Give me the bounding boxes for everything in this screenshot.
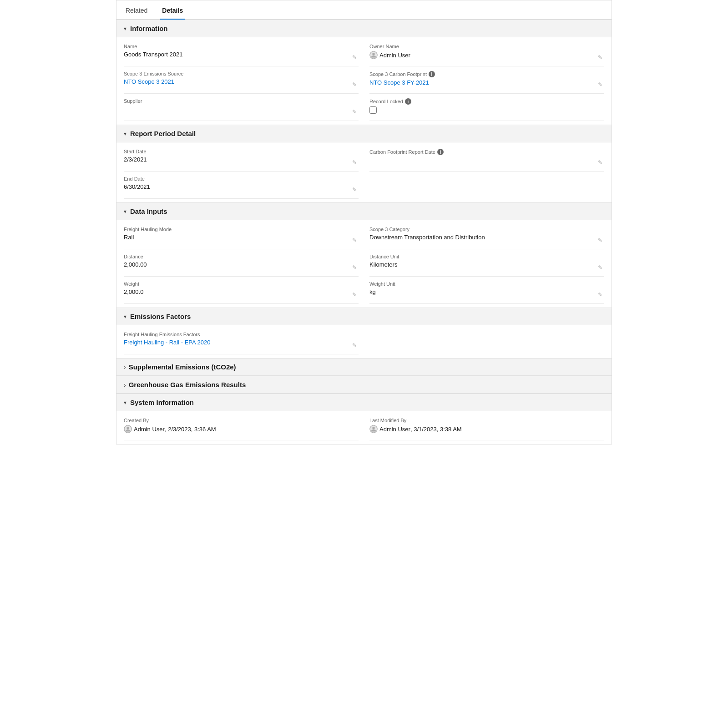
section-information-header[interactable]: ▾ Information bbox=[116, 20, 612, 37]
field-scope3-category: Scope 3 Category Downstream Transportati… bbox=[369, 222, 604, 249]
section-report-period-title: Report Period Detail bbox=[130, 130, 196, 137]
field-supplier: Supplier ✎ bbox=[124, 94, 359, 121]
field-supplier-label: Supplier bbox=[124, 98, 359, 104]
field-start-date: Start Date 2/3/2021 ✎ bbox=[124, 144, 359, 172]
field-record-locked: Record Locked i bbox=[369, 94, 604, 121]
field-freight-hauling-ef-edit-icon[interactable]: ✎ bbox=[352, 342, 357, 348]
section-data-inputs: ▾ Data Inputs Freight Hauling Mode Rail … bbox=[116, 202, 612, 308]
field-freight-hauling-mode-label: Freight Hauling Mode bbox=[124, 227, 359, 232]
created-by-link[interactable]: Admin User bbox=[134, 426, 165, 433]
field-freight-hauling-mode-value: Rail bbox=[124, 234, 359, 241]
report-period-row-1: Start Date 2/3/2021 ✎ Carbon Footprint R… bbox=[124, 144, 604, 172]
field-weight-unit-edit-icon[interactable]: ✎ bbox=[598, 292, 602, 298]
field-end-date-edit-icon[interactable]: ✎ bbox=[352, 187, 357, 193]
section-data-inputs-title: Data Inputs bbox=[130, 207, 167, 215]
field-freight-hauling-ef-value[interactable]: Freight Hauling - Rail - EPA 2020 bbox=[124, 339, 359, 346]
scope3-carbon-info-icon[interactable]: i bbox=[429, 71, 435, 77]
field-scope3-carbon-footprint: Scope 3 Carbon Footprint i NTO Scope 3 F… bbox=[369, 66, 604, 94]
section-emissions-factors-body: Freight Hauling Emissions Factors Freigh… bbox=[116, 325, 612, 358]
field-owner-name: Owner Name Admin User ✎ bbox=[369, 39, 604, 66]
field-owner-label: Owner Name bbox=[369, 44, 604, 49]
field-created-by-value: Admin User, 2/3/2023, 3:36 AM bbox=[124, 425, 359, 433]
field-start-date-edit-icon[interactable]: ✎ bbox=[352, 159, 357, 166]
field-distance-unit-edit-icon[interactable]: ✎ bbox=[598, 264, 602, 271]
page-container: Related Details ▾ Information Name Goods… bbox=[116, 0, 612, 444]
tab-related[interactable]: Related bbox=[124, 0, 149, 20]
section-greenhouse-header[interactable]: › Greenhouse Gas Emissions Results bbox=[116, 376, 612, 394]
chevron-right-icon-2: › bbox=[124, 381, 126, 389]
field-weight-value: 2,000.0 bbox=[124, 288, 359, 295]
field-distance-value: 2,000.00 bbox=[124, 261, 359, 268]
field-record-locked-label: Record Locked i bbox=[369, 98, 604, 105]
chevron-down-icon-2: ▾ bbox=[124, 131, 126, 137]
section-greenhouse-title: Greenhouse Gas Emissions Results bbox=[129, 381, 246, 389]
field-scope3-carbon-value[interactable]: NTO Scope 3 FY-2021 bbox=[369, 79, 604, 86]
field-freight-hauling-ef-label: Freight Hauling Emissions Factors bbox=[124, 332, 359, 337]
section-supplemental-title: Supplemental Emissions (tCO2e) bbox=[129, 363, 236, 371]
field-weight-edit-icon[interactable]: ✎ bbox=[352, 292, 357, 298]
owner-name-link[interactable]: Admin User bbox=[379, 52, 410, 59]
field-scope3-category-label: Scope 3 Category bbox=[369, 227, 604, 232]
field-weight-label: Weight bbox=[124, 281, 359, 287]
field-scope3-source-edit-icon[interactable]: ✎ bbox=[352, 81, 357, 88]
field-distance-unit: Distance Unit Kilometers ✎ bbox=[369, 249, 604, 277]
field-weight-unit: Weight Unit kg ✎ bbox=[369, 277, 604, 304]
section-system-information: ▾ System Information Created By bbox=[116, 394, 612, 444]
record-locked-info-icon[interactable]: i bbox=[405, 98, 411, 105]
section-system-header[interactable]: ▾ System Information bbox=[116, 394, 612, 411]
section-information-body: Name Goods Transport 2021 ✎ Owner Name bbox=[116, 37, 612, 125]
field-scope3-category-edit-icon[interactable]: ✎ bbox=[598, 237, 602, 243]
section-system-title: System Information bbox=[130, 399, 194, 406]
system-info-row-1: Created By Admin User, 2/3/2023, 3:36 AM bbox=[124, 413, 604, 440]
created-by-avatar-icon bbox=[124, 425, 132, 433]
field-last-modified-label: Last Modified By bbox=[369, 418, 604, 423]
chevron-down-icon-4: ▾ bbox=[124, 313, 126, 320]
tab-details[interactable]: Details bbox=[160, 0, 185, 20]
field-carbon-report-date-label: Carbon Footprint Report Date i bbox=[369, 149, 604, 155]
admin-avatar-icon bbox=[369, 51, 378, 59]
field-name: Name Goods Transport 2021 ✎ bbox=[124, 39, 359, 66]
field-start-date-value: 2/3/2021 bbox=[124, 156, 359, 163]
section-report-period-body: Start Date 2/3/2021 ✎ Carbon Footprint R… bbox=[116, 142, 612, 202]
section-emissions-factors: ▾ Emissions Factors Freight Hauling Emis… bbox=[116, 308, 612, 358]
field-supplier-edit-icon[interactable]: ✎ bbox=[352, 109, 357, 115]
field-carbon-report-date-edit-icon[interactable]: ✎ bbox=[598, 159, 602, 166]
field-name-value: Goods Transport 2021 bbox=[124, 51, 359, 58]
information-row-2: Scope 3 Emissions Source NTO Scope 3 202… bbox=[124, 66, 604, 94]
svg-point-1 bbox=[372, 53, 374, 55]
field-scope3-carbon-edit-icon[interactable]: ✎ bbox=[598, 81, 602, 88]
field-freight-hauling-mode: Freight Hauling Mode Rail ✎ bbox=[124, 222, 359, 249]
field-last-modified-by: Last Modified By Admin User, 3/1/2023, 3… bbox=[369, 413, 604, 440]
section-supplemental-header[interactable]: › Supplemental Emissions (tCO2e) bbox=[116, 358, 612, 376]
field-owner-edit-icon[interactable]: ✎ bbox=[598, 54, 602, 61]
section-information-title: Information bbox=[130, 25, 168, 32]
section-report-period-header[interactable]: ▾ Report Period Detail bbox=[116, 125, 612, 142]
section-supplemental-emissions: › Supplemental Emissions (tCO2e) bbox=[116, 358, 612, 376]
field-weight: Weight 2,000.0 ✎ bbox=[124, 277, 359, 304]
field-weight-unit-label: Weight Unit bbox=[369, 281, 604, 287]
field-distance-edit-icon[interactable]: ✎ bbox=[352, 264, 357, 271]
field-name-edit-icon[interactable]: ✎ bbox=[352, 54, 357, 61]
field-end-date: End Date 6/30/2021 ✎ bbox=[124, 172, 359, 199]
record-locked-checkbox[interactable] bbox=[369, 106, 377, 114]
field-name-label: Name bbox=[124, 44, 359, 49]
tabs-bar: Related Details bbox=[116, 0, 612, 20]
chevron-down-icon-3: ▾ bbox=[124, 208, 126, 215]
last-modified-datetime: , 3/1/2023, 3:38 AM bbox=[410, 426, 462, 433]
field-owner-value: Admin User bbox=[369, 51, 604, 59]
created-by-datetime: , 2/3/2023, 3:36 AM bbox=[165, 426, 216, 433]
chevron-down-icon: ▾ bbox=[124, 25, 126, 32]
carbon-report-date-info-icon[interactable]: i bbox=[437, 149, 444, 155]
field-scope3-source-label: Scope 3 Emissions Source bbox=[124, 71, 359, 76]
field-distance-unit-value: Kilometers bbox=[369, 261, 604, 268]
field-scope3-source-value[interactable]: NTO Scope 3 2021 bbox=[124, 78, 359, 85]
section-emissions-factors-title: Emissions Factors bbox=[130, 313, 191, 320]
section-data-inputs-header[interactable]: ▾ Data Inputs bbox=[116, 202, 612, 220]
field-created-by: Created By Admin User, 2/3/2023, 3:36 AM bbox=[124, 413, 359, 440]
last-modified-link[interactable]: Admin User bbox=[379, 426, 410, 433]
field-freight-hauling-emissions-factors: Freight Hauling Emissions Factors Freigh… bbox=[124, 327, 359, 354]
section-greenhouse-gas: › Greenhouse Gas Emissions Results bbox=[116, 376, 612, 394]
section-emissions-factors-header[interactable]: ▾ Emissions Factors bbox=[116, 308, 612, 325]
field-scope3-source: Scope 3 Emissions Source NTO Scope 3 202… bbox=[124, 66, 359, 94]
field-freight-hauling-mode-edit-icon[interactable]: ✎ bbox=[352, 237, 357, 243]
